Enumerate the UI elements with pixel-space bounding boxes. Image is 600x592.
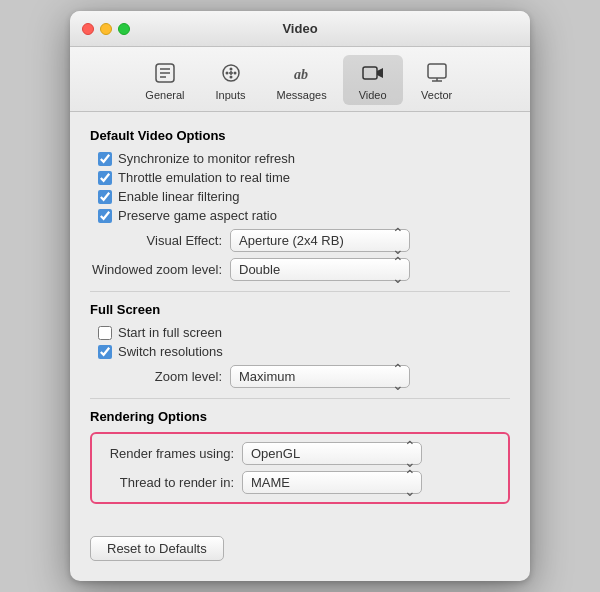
linear-row: Enable linear filtering	[98, 189, 510, 204]
linear-label: Enable linear filtering	[118, 189, 239, 204]
visual-effect-label: Visual Effect:	[90, 233, 230, 248]
sync-label: Synchronize to monitor refresh	[118, 151, 295, 166]
visual-effect-select-wrapper: Aperture (2x4 RB) None Bloom ⌃⌄	[230, 229, 410, 252]
tab-vector[interactable]: Vector	[407, 55, 467, 105]
svg-rect-14	[428, 64, 446, 78]
full-screen-checkboxes: Start in full screen Switch resolutions	[98, 325, 510, 359]
divider-2	[90, 398, 510, 399]
close-button[interactable]	[82, 23, 94, 35]
zoom-level-select[interactable]: Maximum Double Triple	[230, 365, 410, 388]
tab-general-label: General	[145, 89, 184, 101]
content-area: Default Video Options Synchronize to mon…	[70, 112, 530, 581]
tab-video-label: Video	[359, 89, 387, 101]
vector-icon	[423, 59, 451, 87]
default-video-checkboxes: Synchronize to monitor refresh Throttle …	[98, 151, 510, 223]
rendering-highlight-box: Render frames using: OpenGL Software Met…	[90, 432, 510, 504]
tab-messages[interactable]: ab Messages	[265, 55, 339, 105]
sync-checkbox[interactable]	[98, 152, 112, 166]
inputs-icon	[217, 59, 245, 87]
traffic-lights	[82, 23, 130, 35]
throttle-checkbox[interactable]	[98, 171, 112, 185]
maximize-button[interactable]	[118, 23, 130, 35]
tab-video[interactable]: Video	[343, 55, 403, 105]
general-icon	[151, 59, 179, 87]
fullscreen-row: Start in full screen	[98, 325, 510, 340]
messages-icon: ab	[288, 59, 316, 87]
render-frames-label: Render frames using:	[102, 446, 242, 461]
aspect-label: Preserve game aspect ratio	[118, 208, 277, 223]
thread-render-select[interactable]: MAME Worker Main	[242, 471, 422, 494]
rendering-title: Rendering Options	[90, 409, 510, 424]
reset-button[interactable]: Reset to Defaults	[90, 536, 224, 561]
fullscreen-checkbox[interactable]	[98, 326, 112, 340]
windowed-zoom-label: Windowed zoom level:	[90, 262, 230, 277]
svg-rect-12	[363, 67, 377, 79]
tab-vector-label: Vector	[421, 89, 452, 101]
aspect-row: Preserve game aspect ratio	[98, 208, 510, 223]
throttle-row: Throttle emulation to real time	[98, 170, 510, 185]
thread-render-row: Thread to render in: MAME Worker Main ⌃⌄	[102, 471, 498, 494]
render-frames-row: Render frames using: OpenGL Software Met…	[102, 442, 498, 465]
render-frames-select[interactable]: OpenGL Software Metal	[242, 442, 422, 465]
video-icon	[359, 59, 387, 87]
window-title: Video	[282, 21, 317, 36]
sync-row: Synchronize to monitor refresh	[98, 151, 510, 166]
thread-render-label: Thread to render in:	[102, 475, 242, 490]
svg-point-7	[225, 72, 228, 75]
zoom-level-row: Zoom level: Maximum Double Triple ⌃⌄	[90, 365, 510, 388]
switch-row: Switch resolutions	[98, 344, 510, 359]
svg-point-5	[229, 68, 232, 71]
svg-marker-13	[377, 68, 383, 78]
svg-text:ab: ab	[294, 67, 308, 82]
render-frames-select-wrapper: OpenGL Software Metal ⌃⌄	[242, 442, 422, 465]
svg-point-6	[229, 76, 232, 79]
switch-label: Switch resolutions	[118, 344, 223, 359]
switch-checkbox[interactable]	[98, 345, 112, 359]
full-screen-section: Full Screen Start in full screen Switch …	[90, 302, 510, 388]
aspect-checkbox[interactable]	[98, 209, 112, 223]
linear-checkbox[interactable]	[98, 190, 112, 204]
full-screen-title: Full Screen	[90, 302, 510, 317]
fullscreen-label: Start in full screen	[118, 325, 222, 340]
default-video-section: Default Video Options Synchronize to mon…	[90, 128, 510, 281]
visual-effect-row: Visual Effect: Aperture (2x4 RB) None Bl…	[90, 229, 510, 252]
tab-general[interactable]: General	[133, 55, 196, 105]
toolbar: General Inputs ab	[70, 47, 530, 112]
button-row: Reset to Defaults	[90, 520, 510, 561]
titlebar: Video	[70, 11, 530, 47]
default-video-title: Default Video Options	[90, 128, 510, 143]
windowed-zoom-row: Windowed zoom level: Double Single Tripl…	[90, 258, 510, 281]
tab-inputs-label: Inputs	[216, 89, 246, 101]
rendering-section: Rendering Options Render frames using: O…	[90, 409, 510, 504]
throttle-label: Throttle emulation to real time	[118, 170, 290, 185]
divider-1	[90, 291, 510, 292]
zoom-level-label: Zoom level:	[90, 369, 230, 384]
windowed-zoom-select-wrapper: Double Single Triple ⌃⌄	[230, 258, 410, 281]
tab-messages-label: Messages	[277, 89, 327, 101]
svg-point-8	[233, 72, 236, 75]
tab-inputs[interactable]: Inputs	[201, 55, 261, 105]
zoom-level-select-wrapper: Maximum Double Triple ⌃⌄	[230, 365, 410, 388]
visual-effect-select[interactable]: Aperture (2x4 RB) None Bloom	[230, 229, 410, 252]
minimize-button[interactable]	[100, 23, 112, 35]
thread-render-select-wrapper: MAME Worker Main ⌃⌄	[242, 471, 422, 494]
preferences-window: Video General	[70, 11, 530, 581]
windowed-zoom-select[interactable]: Double Single Triple	[230, 258, 410, 281]
